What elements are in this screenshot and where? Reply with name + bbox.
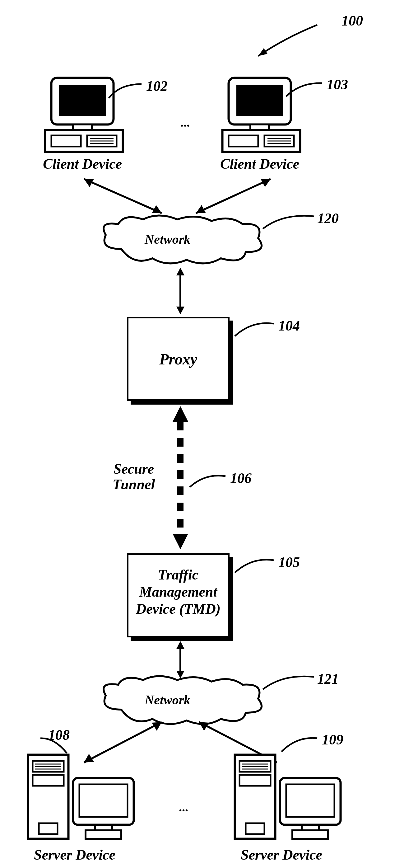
- secure-tunnel-label-2: Tunnel: [106, 476, 162, 493]
- svg-rect-11: [236, 85, 283, 116]
- ref-num-104: 104: [278, 317, 300, 334]
- tmd-label-3: Device (TMD): [127, 601, 230, 617]
- ref-num-120: 120: [317, 210, 339, 226]
- svg-marker-26: [176, 268, 185, 275]
- server-device-left-label: Server Device: [25, 846, 124, 863]
- leader-103: [285, 80, 325, 98]
- svg-rect-2: [59, 85, 106, 116]
- client-device-right-label: Client Device: [213, 156, 306, 172]
- client-device-left-label: Client Device: [36, 156, 129, 172]
- leader-104: [233, 319, 277, 341]
- svg-marker-28: [173, 406, 188, 422]
- svg-marker-0: [258, 48, 267, 56]
- svg-line-22: [196, 179, 271, 213]
- leader-120: [261, 212, 317, 234]
- ref-num-121: 121: [317, 671, 339, 687]
- svg-rect-56: [239, 775, 271, 786]
- svg-rect-46: [39, 823, 58, 834]
- svg-rect-59: [286, 784, 334, 817]
- tmd-label-2: Management: [127, 584, 230, 600]
- leader-105: [233, 556, 277, 577]
- ref-num-105: 105: [278, 554, 300, 570]
- network-label-bottom: Network: [144, 692, 190, 707]
- svg-rect-45: [33, 775, 64, 786]
- svg-marker-30: [173, 534, 188, 549]
- ref-num-108: 108: [48, 727, 70, 743]
- svg-rect-57: [246, 823, 264, 834]
- svg-rect-5: [51, 135, 81, 147]
- leader-arrow-100: [246, 19, 324, 59]
- svg-rect-48: [79, 784, 128, 817]
- secure-tunnel-label-1: Secure: [106, 461, 162, 477]
- svg-rect-61: [292, 830, 328, 839]
- ellipsis-clients: ...: [180, 115, 190, 130]
- ref-num-100: 100: [341, 12, 363, 29]
- svg-marker-32: [176, 641, 185, 649]
- svg-rect-14: [229, 135, 258, 147]
- proxy-label: Proxy: [127, 350, 230, 368]
- network-label-top: Network: [144, 232, 190, 247]
- server-device-left-icon: [23, 750, 138, 843]
- ref-num-106: 106: [230, 470, 252, 487]
- ref-num-109: 109: [322, 732, 343, 748]
- ellipsis-servers: ...: [179, 800, 188, 814]
- leader-102: [107, 81, 144, 100]
- leader-106: [188, 471, 229, 493]
- leader-121: [261, 672, 317, 694]
- server-device-right-icon: [230, 750, 345, 843]
- server-device-right-label: Server Device: [232, 846, 331, 863]
- ref-num-102: 102: [146, 78, 168, 94]
- tmd-label-1: Traffic: [127, 566, 230, 583]
- svg-marker-27: [176, 307, 185, 314]
- svg-line-19: [84, 179, 162, 213]
- leader-109: [280, 735, 320, 756]
- arrow-cloud-to-proxy: [173, 266, 188, 316]
- ref-num-103: 103: [327, 76, 348, 93]
- svg-rect-50: [86, 830, 121, 839]
